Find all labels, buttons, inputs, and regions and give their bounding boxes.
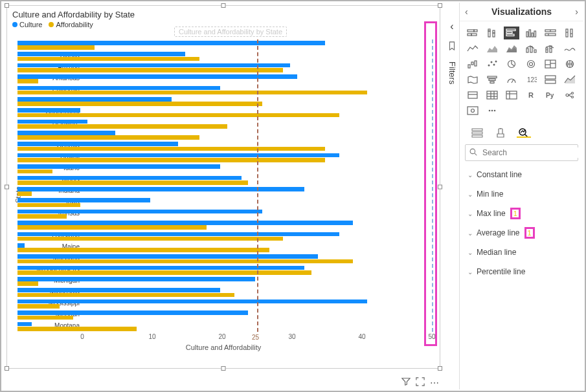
culture-bar[interactable]: [17, 108, 80, 113]
viz-type-stacked-bar[interactable]: [465, 27, 480, 39]
viz-type-waterfall[interactable]: [465, 58, 480, 71]
affordability-bar[interactable]: [17, 180, 248, 185]
affordability-bar[interactable]: [17, 102, 262, 106]
culture-bar[interactable]: [17, 142, 178, 146]
culture-bar[interactable]: [17, 120, 87, 124]
viz-type-clustered-bar[interactable]: [504, 27, 519, 39]
culture-bar[interactable]: [17, 254, 318, 259]
culture-bar[interactable]: [17, 299, 367, 304]
viz-type-treemap[interactable]: [543, 58, 558, 71]
search-input[interactable]: [481, 147, 581, 158]
analytics-item-median[interactable]: ⌄Median line: [460, 243, 583, 262]
culture-bar[interactable]: [17, 86, 220, 91]
viz-type-slicer[interactable]: [465, 89, 480, 102]
viz-type-line[interactable]: [465, 42, 480, 55]
viz-type-100-stacked-bar[interactable]: [543, 27, 558, 39]
affordability-bar[interactable]: [17, 248, 269, 252]
viz-type-more[interactable]: [484, 104, 500, 117]
format-tab[interactable]: [493, 125, 508, 138]
culture-bar[interactable]: [17, 74, 297, 79]
viz-type-gauge[interactable]: [504, 73, 519, 86]
affordability-bar[interactable]: [17, 45, 95, 50]
resize-handle[interactable]: [221, 366, 226, 371]
viz-type-donut[interactable]: [523, 58, 539, 71]
affordability-bar[interactable]: [17, 135, 199, 140]
culture-bar[interactable]: [17, 221, 353, 225]
title-drag-hint[interactable]: Culture and Affordability by State: [174, 27, 287, 37]
analytics-item-constant[interactable]: ⌄Constant line: [460, 165, 583, 184]
viz-type-line-col-stacked[interactable]: [543, 42, 558, 55]
chart-visual[interactable]: Culture and Affordability by State Cultu…: [6, 5, 440, 369]
culture-bar[interactable]: [17, 322, 32, 327]
chevron-left-icon[interactable]: ‹: [465, 6, 468, 17]
culture-bar[interactable]: [17, 232, 339, 237]
affordability-bar[interactable]: [17, 113, 339, 118]
resize-handle[interactable]: [438, 3, 442, 8]
affordability-bar[interactable]: [17, 327, 137, 331]
viz-type-matrix[interactable]: [504, 89, 519, 102]
culture-bar[interactable]: [17, 97, 172, 102]
culture-bar[interactable]: [17, 266, 304, 270]
viz-type-stacked-area[interactable]: [504, 42, 519, 55]
resize-handle[interactable]: [5, 185, 9, 190]
resize-handle[interactable]: [5, 366, 9, 371]
fields-tab[interactable]: [470, 125, 484, 138]
affordability-bar[interactable]: [17, 270, 311, 275]
culture-bar[interactable]: [17, 63, 290, 68]
analytics-search[interactable]: [465, 144, 578, 161]
viz-type-filled-map[interactable]: [465, 73, 480, 86]
culture-bar[interactable]: [17, 198, 150, 202]
viz-type-scatter[interactable]: [484, 58, 500, 71]
viz-type-100-stacked-column[interactable]: [562, 27, 578, 39]
analytics-item-average[interactable]: ⌄Average line1: [460, 223, 583, 243]
culture-bar[interactable]: [17, 41, 325, 45]
culture-bar[interactable]: [17, 131, 115, 135]
bookmark-icon[interactable]: [447, 41, 456, 52]
affordability-bar[interactable]: [17, 124, 227, 129]
affordability-bar[interactable]: [17, 147, 325, 151]
filters-pane-collapsed[interactable]: ‹ Filters: [444, 18, 460, 84]
affordability-bar[interactable]: [17, 191, 32, 196]
chevron-left-icon[interactable]: ‹: [450, 21, 453, 32]
legend-item-affordability[interactable]: Affordability: [49, 21, 93, 28]
culture-bar[interactable]: [17, 288, 220, 292]
culture-bar[interactable]: [17, 310, 248, 315]
affordability-bar[interactable]: [17, 158, 325, 162]
viz-type-clustered-column[interactable]: [523, 27, 539, 39]
viz-type-arcgis[interactable]: [465, 104, 480, 117]
affordability-bar[interactable]: [17, 68, 283, 72]
affordability-bar[interactable]: [17, 281, 38, 286]
culture-bar[interactable]: [17, 210, 262, 214]
analytics-item-max[interactable]: ⌄Max line1: [460, 204, 583, 223]
filter-icon[interactable]: [401, 377, 411, 388]
culture-bar[interactable]: [17, 164, 220, 169]
culture-bar[interactable]: [17, 153, 339, 158]
viz-type-funnel[interactable]: [484, 73, 500, 86]
more-options-icon[interactable]: ⋯: [430, 378, 439, 388]
resize-handle[interactable]: [221, 3, 226, 8]
affordability-bar[interactable]: [17, 237, 283, 241]
viz-type-stacked-column[interactable]: [484, 27, 500, 39]
affordability-bar[interactable]: [17, 304, 60, 309]
viz-type-kpi[interactable]: [562, 73, 578, 86]
viz-type-line-col[interactable]: [523, 42, 539, 55]
resize-handle[interactable]: [5, 3, 9, 8]
affordability-bar[interactable]: [17, 57, 199, 61]
affordability-bar[interactable]: [17, 169, 52, 174]
viz-type-r[interactable]: R: [523, 89, 539, 102]
viz-type-multi-row-card[interactable]: [543, 73, 558, 86]
viz-type-py[interactable]: Py: [543, 89, 558, 102]
affordability-bar[interactable]: [17, 91, 367, 95]
viz-type-map[interactable]: [562, 58, 578, 71]
affordability-bar[interactable]: [17, 214, 67, 219]
viz-type-table[interactable]: [484, 89, 500, 102]
legend-item-culture[interactable]: Culture: [12, 21, 42, 28]
viz-type-pie[interactable]: [504, 58, 519, 71]
affordability-bar[interactable]: [17, 293, 234, 298]
affordability-bar[interactable]: [17, 225, 207, 230]
viz-type-ribbon[interactable]: [562, 42, 578, 55]
culture-bar[interactable]: [17, 187, 304, 191]
affordability-bar[interactable]: [17, 316, 73, 320]
viz-type-area[interactable]: [484, 42, 500, 55]
affordability-bar[interactable]: [17, 79, 38, 83]
